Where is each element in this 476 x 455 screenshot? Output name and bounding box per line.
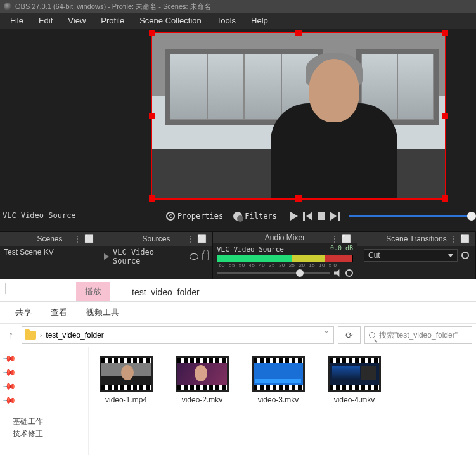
speaker-icon[interactable] [334,269,342,277]
eye-icon[interactable] [190,253,198,260]
db-value: 0.0 dB [330,245,353,252]
mixer-header: Audio Mixer ⋮ ⬜ [213,232,357,243]
transitions-body: Cut [357,246,475,279]
slider-thumb[interactable] [467,212,476,221]
resize-handle[interactable] [442,195,448,202]
file-item[interactable]: video-2.mkv [174,356,231,404]
context-folder-title: test_video_folder [123,283,209,301]
docks: Scenes ⋮ ⬜ Test Scene KV Sources ⋮ ⬜ VLC… [0,231,476,279]
titlebar-text: OBS 27.0.1 (64-bit, windows) - Profile: … [15,2,211,11]
volume-slider[interactable] [217,272,330,274]
person-figure [264,53,410,198]
obs-window: OBS 27.0.1 (64-bit, windows) - Profile: … [0,0,476,279]
file-item[interactable]: video-3.mkv [250,356,307,404]
dock-menu-icon[interactable]: ⋮ ⬜ [449,234,470,243]
gear-icon[interactable] [345,269,353,277]
scenes-title: Scenes [37,234,62,243]
ribbon-share[interactable]: 共享 [15,307,32,318]
scenes-body[interactable]: Test Scene KV [0,246,100,279]
chevron-down-icon[interactable]: ˅ [319,331,333,340]
dock-menu-icon[interactable]: ⋮ ⬜ [74,234,94,243]
menu-edit[interactable]: Edit [31,13,60,28]
titlebar: OBS 27.0.1 (64-bit, windows) - Profile: … [0,0,476,13]
selected-source-box[interactable] [151,32,446,200]
pin-icon[interactable]: 📌 [4,393,15,404]
ribbon-video-tools[interactable]: 视频工具 [86,307,119,318]
resize-handle[interactable] [442,113,448,119]
audio-scale: -60 -55 -50 -45 -40 -35 -30 -25 -20 -15 … [217,262,353,268]
file-pane[interactable]: video-1.mp4 video-2.mkv video-3.mkv vide… [89,347,476,455]
scenes-header: Scenes ⋮ ⬜ [0,232,100,246]
mixer-body: VLC Video Source 0.0 dB -60 -55 -50 -45 … [213,243,357,279]
address-bar[interactable]: › test_video_folder ˅ [22,326,334,344]
previous-icon[interactable] [303,212,312,221]
resize-handle[interactable] [149,113,155,119]
resize-handle[interactable] [295,195,302,202]
filters-button[interactable]: Filters [231,212,280,221]
menu-view[interactable]: View [60,13,93,28]
source-item[interactable]: VLC Video Source [104,248,209,266]
list-item[interactable]: 技术修正 [13,428,467,440]
slider-thumb[interactable] [296,269,304,277]
menu-file[interactable]: File [3,13,31,28]
menubar: File Edit View Profile Scene Collection … [0,13,476,29]
scene-item[interactable]: Test Scene KV [4,248,96,257]
filters-label: Filters [245,212,277,221]
search-input[interactable]: 搜索"test_video_folder" [364,326,472,344]
transitions-panel: Scene Transitions ⋮ ⬜ Cut [357,232,476,279]
resize-handle[interactable] [295,30,302,36]
menu-help[interactable]: Help [243,13,276,28]
menu-tools[interactable]: Tools [209,13,243,28]
source-toolbar: Properties Filters [164,207,472,226]
breadcrumb-current[interactable]: test_video_folder [46,331,103,340]
preview-video [152,33,445,198]
transition-select[interactable]: Cut [364,249,458,262]
dock-menu-icon[interactable]: ⋮ ⬜ [186,234,207,243]
ribbon-tabs: 播放 test_video_folder [0,279,476,302]
file-name: video-2.mkv [182,395,223,404]
file-name: video-1.mp4 [105,395,147,404]
tab-divider [5,283,6,294]
play-icon[interactable] [290,212,298,221]
resize-handle[interactable] [149,30,155,36]
filters-icon [233,212,242,221]
file-name: video-4.mkv [334,395,375,404]
pin-icon[interactable]: 📌 [4,351,15,362]
ribbon-view[interactable]: 查看 [51,307,67,318]
stop-icon[interactable] [318,212,325,220]
preview-area[interactable]: VLC Video Source Properties Filters [0,29,476,231]
file-item[interactable]: video-1.mp4 [98,356,155,404]
resize-handle[interactable] [149,195,155,202]
address-bar-row: ↑ › test_video_folder ˅ ⟳ 搜索"test_video_… [0,323,476,347]
scenes-panel: Scenes ⋮ ⬜ Test Scene KV [0,232,100,279]
lock-icon[interactable] [202,253,209,260]
sources-body[interactable]: VLC Video Source [100,246,212,279]
audio-meter [217,255,353,262]
chevron-right-icon: › [40,332,42,339]
next-icon[interactable] [330,212,340,221]
pin-icon[interactable]: 📌 [4,365,15,376]
selected-source-label: VLC Video Source [3,211,76,220]
file-name: video-3.mkv [258,395,299,404]
mixer-channel-label: VLC Video Source [217,245,284,253]
transitions-title: Scene Transitions [386,234,446,243]
sources-panel: Sources ⋮ ⬜ VLC Video Source [100,232,213,279]
up-button[interactable]: ↑ [4,328,18,342]
explorer-content: 📌 📌 📌 📌 video-1.mp4 video-2.mkv video-3.… [0,347,476,455]
ribbon-tab-play[interactable]: 播放 [76,282,110,301]
pin-icon[interactable]: 📌 [4,379,15,390]
bottom-text: 基础工作 技术修正 [13,416,467,440]
chevron-down-icon [448,254,453,257]
file-item[interactable]: video-4.mkv [326,356,383,404]
gear-icon [166,212,175,221]
menu-scene-collection[interactable]: Scene Collection [132,13,209,28]
refresh-button[interactable]: ⟳ [338,326,361,344]
properties-button[interactable]: Properties [164,212,226,221]
menu-profile[interactable]: Profile [93,13,132,28]
dock-menu-icon[interactable]: ⋮ ⬜ [331,234,352,243]
playback-slider[interactable] [349,215,472,217]
resize-handle[interactable] [442,30,448,36]
file-thumbnails: video-1.mp4 video-2.mkv video-3.mkv vide… [98,356,467,404]
list-item[interactable]: 基础工作 [13,416,467,428]
gear-icon[interactable] [461,252,469,259]
